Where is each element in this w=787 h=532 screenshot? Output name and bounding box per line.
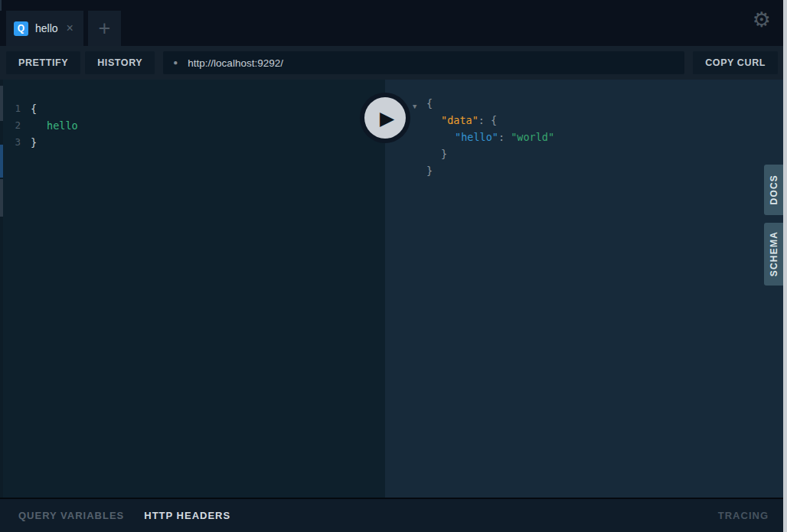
code-token: { — [31, 100, 37, 117]
line-number: 2 — [0, 117, 21, 134]
json-key: "data" — [441, 114, 478, 126]
line-number: 3 — [0, 134, 21, 151]
execute-button-circle: ▶ — [364, 97, 406, 139]
tab-hello[interactable]: Q hello × — [6, 11, 83, 46]
docs-tab[interactable]: DOCS — [764, 165, 783, 215]
close-tab-icon[interactable]: × — [67, 21, 73, 35]
query-type-badge: Q — [14, 21, 28, 36]
bottom-panel-bar: QUERY VARIABLES HTTP HEADERS TRACING — [0, 498, 787, 532]
main-split: 1 { 2 hello 3 } ▼ { "data — [0, 80, 783, 499]
scroll-mark — [0, 179, 3, 217]
line-number: 1 — [0, 100, 21, 117]
fold-arrow-icon[interactable]: ▼ — [413, 98, 416, 115]
json-key: "hello" — [455, 131, 498, 143]
tracing-tab[interactable]: TRACING — [718, 510, 769, 521]
execute-query-button[interactable]: ▶ — [360, 93, 410, 143]
query-variables-tab[interactable]: QUERY VARIABLES — [18, 510, 124, 521]
code-token: } — [31, 134, 37, 151]
history-button[interactable]: HISTORY — [85, 51, 155, 74]
window-edge-sliver — [0, 0, 2, 11]
query-editor[interactable]: 1 { 2 hello 3 } — [0, 80, 385, 499]
prettify-button[interactable]: PRETTIFY — [6, 51, 80, 74]
endpoint-url-value: http://localhost:9292/ — [188, 57, 283, 69]
settings-gear-icon[interactable]: ⚙ — [753, 10, 771, 31]
endpoint-status-dot-icon: ● — [173, 59, 178, 67]
json-token: : { — [478, 114, 497, 126]
code-token: hello — [47, 117, 78, 134]
scroll-mark-active — [0, 145, 3, 178]
right-scrollbar-strip[interactable] — [783, 0, 787, 532]
response-viewer: ▼ { "data": { "hello": "world" } } — [385, 80, 783, 499]
schema-tab[interactable]: SCHEMA — [764, 223, 783, 286]
new-tab-button[interactable]: + — [88, 11, 121, 46]
plus-icon: + — [99, 17, 111, 41]
query-code: 1 { 2 hello 3 } — [0, 100, 385, 151]
tab-bar: Q hello × + ⚙ — [0, 0, 787, 46]
response-line: "hello": "world" — [385, 129, 783, 145]
json-token: } — [426, 165, 433, 177]
docs-tab-label: DOCS — [769, 175, 779, 204]
response-line: } — [385, 162, 783, 179]
tab-title: hello — [35, 22, 58, 34]
json-token: { — [426, 97, 433, 109]
editor-line: 3 } — [0, 134, 385, 151]
json-token: } — [441, 148, 447, 160]
http-headers-tab[interactable]: HTTP HEADERS — [144, 510, 230, 521]
endpoint-input[interactable]: ● http://localhost:9292/ — [163, 51, 684, 74]
editor-line: 2 hello — [0, 117, 385, 134]
json-string: "world" — [511, 131, 554, 143]
response-line: { — [385, 95, 783, 112]
response-line: "data": { — [385, 112, 783, 129]
graphql-playground-window: Q hello × + ⚙ PRETTIFY HISTORY ● http://… — [0, 0, 787, 532]
json-token: : — [498, 131, 511, 143]
schema-tab-label: SCHEMA — [769, 231, 779, 276]
response-line: } — [385, 145, 783, 162]
copy-curl-button[interactable]: COPY CURL — [693, 51, 778, 74]
toolbar: PRETTIFY HISTORY ● http://localhost:9292… — [0, 46, 787, 80]
play-icon: ▶ — [380, 109, 394, 128]
left-edge-column — [0, 80, 3, 499]
editor-line: 1 { — [0, 100, 385, 117]
response-json: ▼ { "data": { "hello": "world" } } — [385, 95, 783, 179]
scroll-mark — [0, 86, 3, 121]
